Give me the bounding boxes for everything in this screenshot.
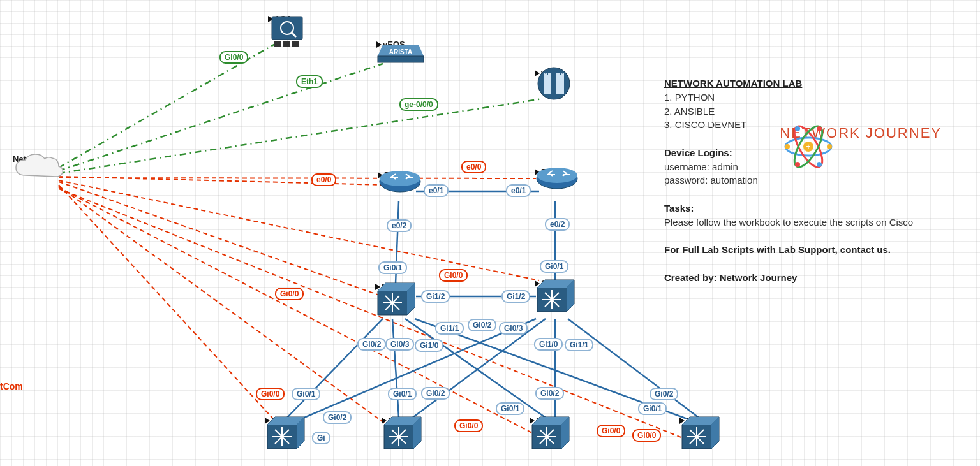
device-asav[interactable]: ASAv <box>268 13 296 24</box>
port-gi00-asav: Gi0/0 <box>219 51 248 64</box>
svg-text:ARISTA: ARISTA <box>389 48 412 55</box>
info-item1: 1. PYTHON <box>664 91 967 105</box>
info-title: NETWORK AUTOMATION LAB <box>664 76 967 91</box>
port-e00-r2: e0/0 <box>461 161 486 173</box>
device-sw7[interactable]: Switch7 <box>679 414 717 425</box>
port-gi12-sw3: Gi1/2 <box>421 290 450 303</box>
port-gi00-sw3: Gi0/0 <box>275 288 304 300</box>
logins-heading: Device Logins: <box>664 147 732 158</box>
port-gi12-sw4: Gi1/2 <box>501 290 530 303</box>
svg-point-90 <box>817 162 822 167</box>
port-e02-r2: e0/2 <box>545 218 570 231</box>
port-gi02-sw8: Gi0/2 <box>323 411 352 424</box>
port-e01-r1: e0/1 <box>424 184 449 197</box>
port-gi02-d: Gi0/2 <box>468 319 496 331</box>
tasks-body: Please follow the workbook to execute th… <box>664 215 967 229</box>
port-gi01-r2sw: Gi0/1 <box>540 260 568 273</box>
svg-point-91 <box>817 126 822 131</box>
svg-rect-0 <box>272 17 302 40</box>
port-gi-extra: Gi <box>312 432 330 444</box>
port-gi03-d: Gi0/3 <box>499 322 528 335</box>
port-ge000: ge-0/0/0 <box>399 98 438 111</box>
tasks-heading: Tasks: <box>664 203 694 214</box>
port-e02-r1: e0/2 <box>387 219 412 232</box>
device-sw5[interactable]: Switch5 <box>382 414 419 425</box>
device-sw8[interactable]: Switch8 <box>265 414 302 425</box>
port-gi02-sw5: Gi0/2 <box>421 387 450 400</box>
port-e01-r2: e0/1 <box>506 184 531 197</box>
port-eth1: Eth1 <box>296 75 323 88</box>
svg-point-89 <box>795 126 800 131</box>
svg-point-13 <box>380 171 420 186</box>
brand-logo: + NETWORK JOURNEY <box>780 121 942 142</box>
svg-point-88 <box>827 144 832 149</box>
svg-rect-3 <box>274 41 281 47</box>
port-gi10-sw3: Gi1/0 <box>415 339 443 352</box>
port-gi00-sw4: Gi0/0 <box>439 269 468 282</box>
svg-point-87 <box>785 144 790 149</box>
port-e00-r1: e0/0 <box>311 173 336 186</box>
port-gi00-sw8: Gi0/0 <box>256 388 285 400</box>
port-gi03-sw3: Gi0/3 <box>385 338 414 351</box>
svg-point-92 <box>795 162 800 167</box>
svg-rect-4 <box>283 41 290 47</box>
port-gi01-sw5: Gi0/1 <box>388 388 417 400</box>
scripts-line: For Full Lab Scripts with Lab Support, c… <box>664 244 891 255</box>
port-gi01-r1sw: Gi0/1 <box>378 261 407 274</box>
svg-rect-10 <box>544 73 551 94</box>
port-gi02-sw6: Gi0/2 <box>535 387 564 400</box>
device-vsrx[interactable]: vSRX <box>535 67 563 78</box>
port-gi00-sw5: Gi0/0 <box>454 419 483 432</box>
created-by: Created by: Network Journey <box>664 272 797 283</box>
port-gi11-sw3: Gi1/1 <box>435 322 464 335</box>
info-panel: NETWORK AUTOMATION LAB 1. PYTHON 2. ANSI… <box>664 76 967 284</box>
atom-icon: + <box>780 121 837 172</box>
device-r1[interactable]: R1 <box>378 169 395 180</box>
port-gi01-sw8: Gi0/1 <box>292 388 320 400</box>
svg-point-15 <box>537 168 577 183</box>
device-net[interactable]: Net <box>13 153 26 164</box>
svg-point-9 <box>538 68 570 99</box>
device-r2[interactable]: R2 <box>535 166 552 177</box>
device-sw4[interactable]: Switch4 <box>535 277 572 288</box>
device-veos[interactable]: ARISTA vEOS <box>376 38 405 49</box>
port-gi01-sw6: Gi0/1 <box>496 402 524 415</box>
info-item2: 2. ANSIBLE <box>664 105 967 119</box>
port-gi00-sw6: Gi0/0 <box>597 425 625 437</box>
port-gi02-sw3: Gi0/2 <box>357 338 386 351</box>
svg-rect-5 <box>292 41 299 47</box>
port-gi10-sw4: Gi1/0 <box>534 338 563 351</box>
login-pass: password: automation <box>664 173 967 187</box>
device-sw6[interactable]: Switch6 <box>530 414 567 425</box>
device-sw3[interactable]: Switch3 <box>375 280 413 291</box>
svg-rect-7 <box>378 56 424 62</box>
port-gi11-sw4: Gi1/1 <box>565 339 593 351</box>
port-gi00-sw7: Gi0/0 <box>632 429 661 442</box>
stray-text: tCom <box>0 381 23 391</box>
svg-text:+: + <box>806 142 811 151</box>
svg-rect-11 <box>556 73 564 94</box>
port-gi01-sw7: Gi0/1 <box>638 402 667 415</box>
port-gi02-sw7: Gi0/2 <box>650 388 678 400</box>
